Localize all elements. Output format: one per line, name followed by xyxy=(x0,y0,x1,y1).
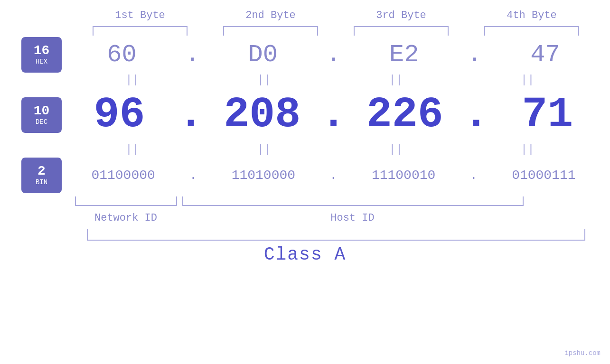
eq1-b1: || xyxy=(80,74,185,86)
eq2-b4: || xyxy=(475,143,580,156)
bin-b4: 01000111 xyxy=(496,168,591,183)
dec-base-number: 10 xyxy=(34,104,50,119)
dec-b4: 71 xyxy=(500,91,595,139)
bin-b2: 11010000 xyxy=(216,168,311,183)
bin-base-name: BIN xyxy=(36,178,47,186)
hex-base-name: HEX xyxy=(36,58,47,65)
hex-row: 16 HEX 60 . D0 . E2 . 47 xyxy=(0,36,610,74)
hex-badge: 16 HEX xyxy=(21,37,62,73)
byte2-header: 2nd Byte xyxy=(218,9,323,21)
dec-badge: 10 DEC xyxy=(21,97,62,133)
bracket-byte2 xyxy=(223,26,318,36)
bin-dot1: . xyxy=(189,168,197,183)
class-label: Class A xyxy=(264,244,347,265)
bracket-byte4 xyxy=(484,26,579,36)
hex-b4: 47 xyxy=(497,41,592,69)
bracket-byte1 xyxy=(93,26,188,36)
bin-row: 2 BIN 01100000 . 11010000 . 11100010 . 0… xyxy=(0,156,610,194)
eq1-b4: || xyxy=(475,74,580,86)
dec-row: 10 DEC 96 . 208 . 226 . 71 xyxy=(0,86,610,143)
dec-b2: 208 xyxy=(215,91,310,139)
outer-bottom-bracket xyxy=(87,229,585,241)
eq2-b1: || xyxy=(80,143,185,156)
bracket-host xyxy=(182,196,524,206)
hex-b3: E2 xyxy=(357,41,451,69)
dec-dot2: . xyxy=(320,91,346,139)
host-id-label: Host ID xyxy=(182,210,524,224)
eq1-b2: || xyxy=(212,74,316,86)
bottom-brackets xyxy=(75,196,597,206)
bin-dot2: . xyxy=(329,168,338,183)
eq2-b2: || xyxy=(212,143,316,156)
bin-b3: 11100010 xyxy=(356,168,451,183)
eq-items-1: || || || || xyxy=(66,74,593,86)
id-labels: Network ID Host ID xyxy=(75,210,597,224)
watermark: ipshu.com xyxy=(564,349,601,357)
byte3-header: 3rd Byte xyxy=(349,9,453,21)
dec-dot3: . xyxy=(463,91,489,139)
hex-values: 60 . D0 . E2 . 47 xyxy=(66,41,610,69)
eq-row-2: || || || || xyxy=(0,143,610,156)
byte-headers: 1st Byte 2nd Byte 3rd Byte 4th Byte xyxy=(75,9,597,21)
network-id-label: Network ID xyxy=(75,210,177,224)
dec-dot1: . xyxy=(178,91,204,139)
byte4-header: 4th Byte xyxy=(479,9,584,21)
top-brackets xyxy=(75,26,597,36)
hex-dot2: . xyxy=(326,41,341,69)
bin-values: 01100000 . 11010000 . 11100010 . 0100011… xyxy=(66,168,610,183)
hex-base-number: 16 xyxy=(34,44,50,58)
bin-dot3: . xyxy=(469,168,478,183)
dec-base-name: DEC xyxy=(36,118,47,126)
hex-dot1: . xyxy=(185,41,200,69)
bin-badge: 2 BIN xyxy=(21,158,62,193)
bin-b1: 01100000 xyxy=(76,168,171,183)
main-container: 1st Byte 2nd Byte 3rd Byte 4th Byte 16 H… xyxy=(0,0,610,364)
eq-row-1: || || || || xyxy=(0,74,610,86)
byte1-header: 1st Byte xyxy=(88,9,192,21)
bracket-network xyxy=(75,196,177,206)
bracket-byte3 xyxy=(354,26,449,36)
hex-b2: D0 xyxy=(216,41,310,69)
dec-values: 96 . 208 . 226 . 71 xyxy=(66,91,610,139)
hex-dot3: . xyxy=(467,41,482,69)
dec-b3: 226 xyxy=(357,91,452,139)
eq1-b3: || xyxy=(344,74,448,86)
eq2-b3: || xyxy=(344,143,448,156)
bin-base-number: 2 xyxy=(38,164,46,179)
hex-b1: 60 xyxy=(75,41,169,69)
eq-items-2: || || || || xyxy=(66,143,593,156)
dec-b1: 96 xyxy=(72,91,167,139)
